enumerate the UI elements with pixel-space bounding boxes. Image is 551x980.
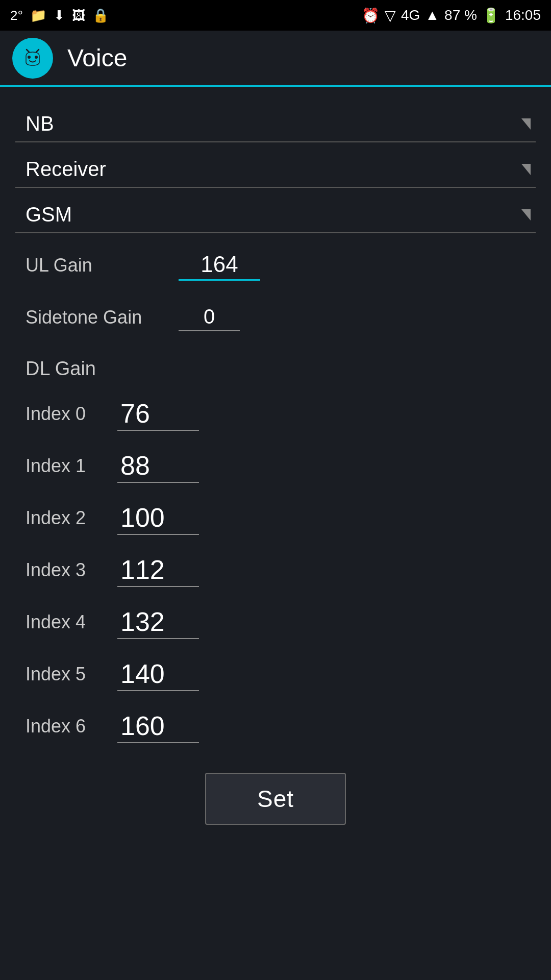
set-button[interactable]: Set [205, 773, 346, 825]
sidetone-gain-row: Sidetone Gain [15, 292, 536, 342]
status-right: ⏰ ▽ 4G ▲ 87 % 🔋 16:05 [362, 7, 541, 24]
nb-arrow-icon [521, 118, 531, 130]
index-3-label: Index 3 [26, 559, 107, 581]
clock: 16:05 [505, 7, 541, 23]
index-4-input[interactable] [117, 605, 199, 639]
svg-point-1 [28, 56, 31, 59]
receiver-label: Receiver [26, 158, 106, 181]
nb-dropdown[interactable]: NB [15, 102, 536, 142]
app-icon [12, 38, 53, 79]
index-2-row: Index 2 [15, 492, 536, 544]
index-5-row: Index 5 [15, 648, 536, 700]
sidetone-gain-label: Sidetone Gain [26, 307, 168, 328]
index-0-input[interactable] [117, 397, 199, 431]
network-type: 4G [401, 7, 420, 23]
index-3-input[interactable] [117, 553, 199, 587]
alarm-icon: ⏰ [362, 7, 380, 24]
index-6-input[interactable] [117, 709, 199, 743]
index-6-row: Index 6 [15, 700, 536, 752]
receiver-dropdown[interactable]: Receiver [15, 148, 536, 188]
index-4-row: Index 4 [15, 596, 536, 648]
index-4-label: Index 4 [26, 611, 107, 633]
download-icon: ⬇ [54, 8, 65, 23]
nb-label: NB [26, 112, 54, 135]
sidetone-gain-input[interactable] [179, 303, 240, 331]
index-3-row: Index 3 [15, 544, 536, 596]
gsm-dropdown[interactable]: GSM [15, 193, 536, 233]
index-2-input[interactable] [117, 501, 199, 535]
set-button-container: Set [15, 752, 536, 845]
main-content: NB Receiver GSM UL Gain Sidetone Gain DL… [0, 87, 551, 861]
index-0-label: Index 0 [26, 403, 107, 425]
index-6-label: Index 6 [26, 716, 107, 737]
index-0-row: Index 0 [15, 388, 536, 440]
gsm-arrow-icon [521, 209, 531, 220]
index-5-label: Index 5 [26, 664, 107, 685]
folder-icon: 📁 [30, 8, 46, 23]
status-bar: 2° 📁 ⬇ 🖼 🔒 ⏰ ▽ 4G ▲ 87 % 🔋 16:05 [0, 0, 551, 31]
image-icon: 🖼 [72, 8, 85, 23]
battery-percent: 87 % [444, 7, 477, 23]
app-bar: Voice [0, 31, 551, 87]
dl-gain-section-title: DL Gain [15, 342, 536, 388]
svg-point-2 [35, 56, 38, 59]
wifi-icon: ▽ [385, 7, 396, 24]
battery-icon: 🔋 [482, 7, 500, 24]
svg-point-0 [20, 46, 45, 70]
signal-icon: ▲ [425, 7, 439, 23]
ul-gain-input[interactable] [179, 250, 260, 281]
index-1-row: Index 1 [15, 440, 536, 492]
gsm-label: GSM [26, 203, 72, 226]
android-icon [19, 45, 46, 71]
index-1-input[interactable] [117, 449, 199, 483]
temperature: 2° [10, 8, 23, 23]
app-title: Voice [67, 44, 127, 72]
receiver-arrow-icon [521, 164, 531, 175]
index-1-label: Index 1 [26, 455, 107, 477]
index-2-label: Index 2 [26, 507, 107, 529]
lock-icon: 🔒 [92, 8, 109, 23]
ul-gain-label: UL Gain [26, 255, 168, 276]
status-left: 2° 📁 ⬇ 🖼 🔒 [10, 8, 109, 23]
ul-gain-row: UL Gain [15, 238, 536, 292]
index-5-input[interactable] [117, 657, 199, 691]
